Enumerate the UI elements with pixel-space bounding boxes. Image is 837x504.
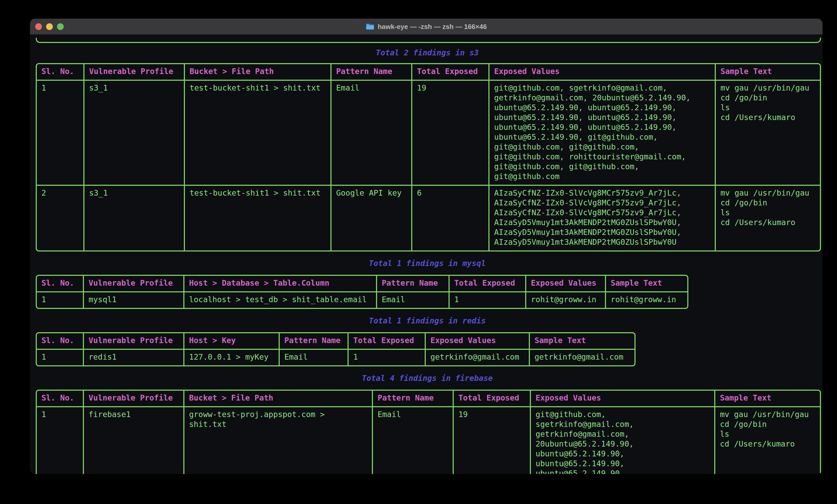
table-cell: Email bbox=[377, 292, 449, 308]
table-cell: 2 bbox=[37, 186, 85, 250]
findings-table-firebase: Sl. No.Vulnerable ProfileBucket > File P… bbox=[36, 390, 821, 474]
table-row: 1s3_1test-bucket-shit1 > shit.txtEmail19… bbox=[37, 81, 820, 186]
table-cell: 6 bbox=[412, 186, 489, 250]
table-cell: mysql1 bbox=[84, 292, 184, 308]
section-title-redis: Total 1 findings in redis bbox=[36, 316, 819, 326]
window-title: hawk-eye — -zsh — zsh — 166×46 bbox=[30, 22, 822, 30]
table-cell: groww-test-proj.appspot.com > shit.txt bbox=[184, 407, 373, 474]
table-cell: rohit@groww.in bbox=[526, 292, 606, 308]
window-titlebar[interactable]: hawk-eye — -zsh — zsh — 166×46 bbox=[30, 19, 822, 35]
table-cell: Google API key bbox=[332, 186, 412, 250]
table-cell: getrkinfo@gmail.com bbox=[426, 350, 530, 365]
header-row: Sl. No.Vulnerable ProfileBucket > File P… bbox=[37, 391, 820, 407]
section-title-firebase: Total 4 findings in firebase bbox=[36, 374, 819, 384]
column-header: Vulnerable Profile bbox=[84, 276, 184, 292]
column-header: Total Exposed bbox=[449, 276, 526, 292]
table-cell: AIzaSyCfNZ-IZx0-SlVcVg8MCr575zv9_Ar7jLc,… bbox=[489, 186, 716, 250]
table-row: 1redis1127.0.0.1 > myKeyEmail1getrkinfo@… bbox=[37, 350, 635, 365]
table-cell: test-bucket-shit1 > shit.txt bbox=[185, 81, 332, 186]
column-header: Sl. No. bbox=[37, 64, 85, 81]
table-row: 2s3_1test-bucket-shit1 > shit.txtGoogle … bbox=[37, 186, 820, 250]
section-title-mysql: Total 1 findings in mysql bbox=[36, 259, 819, 268]
column-header: Total Exposed bbox=[412, 64, 489, 81]
findings-table-s3: Sl. No.Vulnerable ProfileBucket > File P… bbox=[36, 63, 821, 251]
column-header: Bucket > File Path bbox=[185, 64, 332, 81]
table-cell: 1 bbox=[37, 81, 85, 186]
terminal-window: hawk-eye — -zsh — zsh — 166×46 Total 2 f… bbox=[30, 19, 822, 474]
column-header: Exposed Values bbox=[489, 64, 716, 81]
table-cell: rohit@groww.in bbox=[606, 292, 687, 308]
column-header: Sample Text bbox=[606, 276, 687, 292]
header-row: Sl. No.Vulnerable ProfileHost > KeyPatte… bbox=[37, 333, 635, 350]
table-cell: 19 bbox=[412, 81, 489, 186]
table-cell: test-bucket-shit1 > shit.txt bbox=[185, 186, 332, 250]
column-header: Total Exposed bbox=[349, 333, 426, 350]
column-header: Sample Text bbox=[716, 64, 820, 81]
table-cell: 127.0.0.1 > myKey bbox=[184, 350, 280, 365]
column-header: Vulnerable Profile bbox=[84, 333, 184, 350]
findings-table-mysql: Sl. No.Vulnerable ProfileHost > Database… bbox=[36, 275, 688, 309]
table-cell: 19 bbox=[454, 407, 531, 474]
table-cell: 1 bbox=[37, 292, 84, 308]
column-header: Pattern Name bbox=[377, 276, 449, 292]
previous-table-bottom-border bbox=[36, 38, 821, 43]
column-header: Bucket > File Path bbox=[184, 391, 373, 407]
table-cell: Email bbox=[280, 350, 349, 365]
table-cell: 1 bbox=[349, 350, 426, 365]
column-header: Total Exposed bbox=[454, 391, 531, 407]
folder-icon bbox=[366, 23, 374, 30]
column-header: Sl. No. bbox=[37, 391, 84, 407]
column-header: Sl. No. bbox=[37, 276, 84, 292]
table-cell: git@github.com, sgetrkinfo@gmail.com, ge… bbox=[531, 407, 715, 474]
column-header: Pattern Name bbox=[373, 391, 454, 407]
column-header: Vulnerable Profile bbox=[84, 391, 184, 407]
table-row: 1firebase1groww-test-proj.appspot.com > … bbox=[37, 407, 820, 474]
table-cell: mv gau /usr/bin/gau cd /go/bin ls cd /Us… bbox=[716, 81, 820, 186]
desktop: hawk-eye — -zsh — zsh — 166×46 Total 2 f… bbox=[0, 0, 837, 504]
column-header: Host > Database > Table.Column bbox=[184, 276, 377, 292]
table-cell: firebase1 bbox=[84, 407, 184, 474]
table-row: 1mysql1localhost > test_db > shit_table.… bbox=[37, 292, 687, 308]
column-header: Host > Key bbox=[184, 333, 280, 350]
column-header: Sl. No. bbox=[37, 333, 84, 350]
table-cell: mv gau /usr/bin/gau cd /go/bin ls cd /Us… bbox=[716, 186, 820, 250]
table-cell: git@github.com, sgetrkinfo@gmail.com, ge… bbox=[489, 81, 716, 186]
table-cell: 1 bbox=[37, 407, 84, 474]
column-header: Pattern Name bbox=[332, 64, 412, 81]
column-header: Exposed Values bbox=[526, 276, 606, 292]
header-row: Sl. No.Vulnerable ProfileHost > Database… bbox=[37, 276, 687, 292]
column-header: Exposed Values bbox=[531, 391, 715, 407]
column-header: Sample Text bbox=[530, 333, 635, 350]
table-cell: 1 bbox=[449, 292, 526, 308]
column-header: Pattern Name bbox=[280, 333, 349, 350]
terminal-content[interactable]: Total 2 findings in s3 Sl. No.Vulnerable… bbox=[30, 35, 822, 474]
table-cell: getrkinfo@gmail.com bbox=[530, 350, 635, 365]
table-cell: 1 bbox=[37, 350, 84, 365]
findings-table-redis: Sl. No.Vulnerable ProfileHost > KeyPatte… bbox=[36, 332, 636, 366]
table-cell: Email bbox=[373, 407, 454, 474]
table-cell: mv gau /usr/bin/gau cd /go/bin ls cd /Us… bbox=[715, 407, 820, 474]
column-header: Exposed Values bbox=[426, 333, 530, 350]
table-cell: localhost > test_db > shit_table.email bbox=[184, 292, 377, 308]
column-header: Sample Text bbox=[715, 391, 820, 407]
table-cell: s3_1 bbox=[85, 81, 185, 186]
table-cell: s3_1 bbox=[85, 186, 185, 250]
table-cell: Email bbox=[332, 81, 412, 186]
header-row: Sl. No.Vulnerable ProfileBucket > File P… bbox=[37, 64, 820, 81]
column-header: Vulnerable Profile bbox=[85, 64, 185, 81]
section-title-s3: Total 2 findings in s3 bbox=[36, 48, 819, 58]
table-cell: redis1 bbox=[84, 350, 184, 365]
